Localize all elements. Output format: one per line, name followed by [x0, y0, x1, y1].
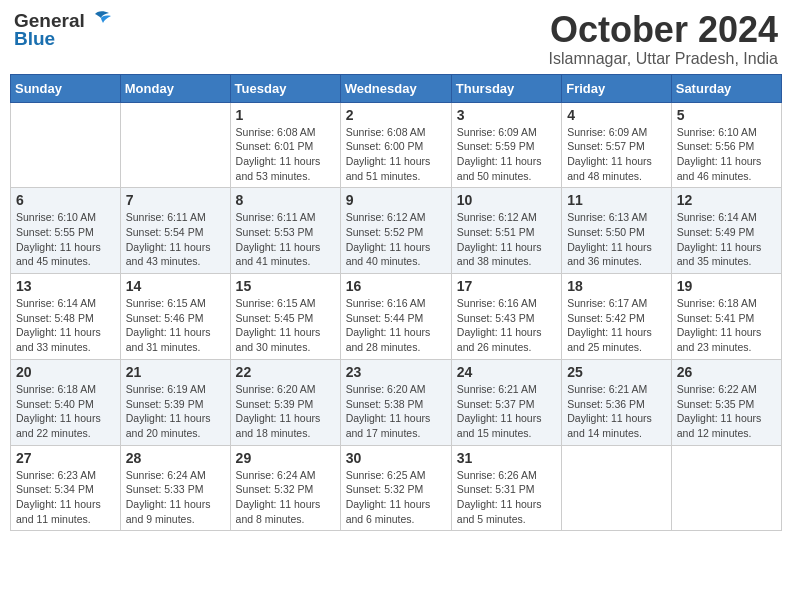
calendar-cell: 20Sunrise: 6:18 AM Sunset: 5:40 PM Dayli…: [11, 359, 121, 445]
day-number: 22: [236, 364, 335, 380]
calendar-cell: 7Sunrise: 6:11 AM Sunset: 5:54 PM Daylig…: [120, 188, 230, 274]
calendar-header-friday: Friday: [562, 74, 672, 102]
logo-blue-text: Blue: [14, 28, 55, 50]
calendar-cell: 9Sunrise: 6:12 AM Sunset: 5:52 PM Daylig…: [340, 188, 451, 274]
day-info: Sunrise: 6:16 AM Sunset: 5:44 PM Dayligh…: [346, 296, 446, 355]
day-info: Sunrise: 6:08 AM Sunset: 6:01 PM Dayligh…: [236, 125, 335, 184]
day-info: Sunrise: 6:20 AM Sunset: 5:39 PM Dayligh…: [236, 382, 335, 441]
calendar-table: SundayMondayTuesdayWednesdayThursdayFrid…: [10, 74, 782, 532]
calendar-cell: 19Sunrise: 6:18 AM Sunset: 5:41 PM Dayli…: [671, 274, 781, 360]
logo-bird-icon: [87, 10, 113, 32]
day-info: Sunrise: 6:26 AM Sunset: 5:31 PM Dayligh…: [457, 468, 556, 527]
day-number: 3: [457, 107, 556, 123]
day-number: 7: [126, 192, 225, 208]
day-info: Sunrise: 6:09 AM Sunset: 5:57 PM Dayligh…: [567, 125, 666, 184]
day-info: Sunrise: 6:10 AM Sunset: 5:56 PM Dayligh…: [677, 125, 776, 184]
day-number: 21: [126, 364, 225, 380]
calendar-week-row: 13Sunrise: 6:14 AM Sunset: 5:48 PM Dayli…: [11, 274, 782, 360]
day-info: Sunrise: 6:23 AM Sunset: 5:34 PM Dayligh…: [16, 468, 115, 527]
day-info: Sunrise: 6:14 AM Sunset: 5:48 PM Dayligh…: [16, 296, 115, 355]
calendar-cell: 6Sunrise: 6:10 AM Sunset: 5:55 PM Daylig…: [11, 188, 121, 274]
day-info: Sunrise: 6:22 AM Sunset: 5:35 PM Dayligh…: [677, 382, 776, 441]
title-section: October 2024 Islamnagar, Uttar Pradesh, …: [549, 10, 778, 68]
calendar-header-sunday: Sunday: [11, 74, 121, 102]
calendar-header-thursday: Thursday: [451, 74, 561, 102]
calendar-cell: 24Sunrise: 6:21 AM Sunset: 5:37 PM Dayli…: [451, 359, 561, 445]
day-number: 17: [457, 278, 556, 294]
day-number: 4: [567, 107, 666, 123]
day-number: 30: [346, 450, 446, 466]
day-info: Sunrise: 6:08 AM Sunset: 6:00 PM Dayligh…: [346, 125, 446, 184]
day-info: Sunrise: 6:17 AM Sunset: 5:42 PM Dayligh…: [567, 296, 666, 355]
day-number: 29: [236, 450, 335, 466]
calendar-header-tuesday: Tuesday: [230, 74, 340, 102]
calendar-cell: 29Sunrise: 6:24 AM Sunset: 5:32 PM Dayli…: [230, 445, 340, 531]
calendar-week-row: 6Sunrise: 6:10 AM Sunset: 5:55 PM Daylig…: [11, 188, 782, 274]
day-number: 16: [346, 278, 446, 294]
day-info: Sunrise: 6:21 AM Sunset: 5:37 PM Dayligh…: [457, 382, 556, 441]
day-info: Sunrise: 6:19 AM Sunset: 5:39 PM Dayligh…: [126, 382, 225, 441]
day-number: 13: [16, 278, 115, 294]
calendar-week-row: 27Sunrise: 6:23 AM Sunset: 5:34 PM Dayli…: [11, 445, 782, 531]
day-number: 28: [126, 450, 225, 466]
day-number: 8: [236, 192, 335, 208]
calendar-cell: 10Sunrise: 6:12 AM Sunset: 5:51 PM Dayli…: [451, 188, 561, 274]
calendar-cell: [120, 102, 230, 188]
day-number: 25: [567, 364, 666, 380]
calendar-cell: 8Sunrise: 6:11 AM Sunset: 5:53 PM Daylig…: [230, 188, 340, 274]
day-info: Sunrise: 6:20 AM Sunset: 5:38 PM Dayligh…: [346, 382, 446, 441]
day-info: Sunrise: 6:18 AM Sunset: 5:41 PM Dayligh…: [677, 296, 776, 355]
day-info: Sunrise: 6:10 AM Sunset: 5:55 PM Dayligh…: [16, 210, 115, 269]
day-info: Sunrise: 6:16 AM Sunset: 5:43 PM Dayligh…: [457, 296, 556, 355]
day-info: Sunrise: 6:12 AM Sunset: 5:52 PM Dayligh…: [346, 210, 446, 269]
day-number: 6: [16, 192, 115, 208]
calendar-cell: 27Sunrise: 6:23 AM Sunset: 5:34 PM Dayli…: [11, 445, 121, 531]
calendar-header-monday: Monday: [120, 74, 230, 102]
day-info: Sunrise: 6:09 AM Sunset: 5:59 PM Dayligh…: [457, 125, 556, 184]
day-number: 14: [126, 278, 225, 294]
day-info: Sunrise: 6:25 AM Sunset: 5:32 PM Dayligh…: [346, 468, 446, 527]
day-number: 27: [16, 450, 115, 466]
calendar-cell: 4Sunrise: 6:09 AM Sunset: 5:57 PM Daylig…: [562, 102, 672, 188]
day-info: Sunrise: 6:13 AM Sunset: 5:50 PM Dayligh…: [567, 210, 666, 269]
day-info: Sunrise: 6:11 AM Sunset: 5:54 PM Dayligh…: [126, 210, 225, 269]
day-info: Sunrise: 6:11 AM Sunset: 5:53 PM Dayligh…: [236, 210, 335, 269]
calendar-cell: 30Sunrise: 6:25 AM Sunset: 5:32 PM Dayli…: [340, 445, 451, 531]
day-number: 15: [236, 278, 335, 294]
day-info: Sunrise: 6:15 AM Sunset: 5:46 PM Dayligh…: [126, 296, 225, 355]
calendar-cell: [671, 445, 781, 531]
calendar-cell: 12Sunrise: 6:14 AM Sunset: 5:49 PM Dayli…: [671, 188, 781, 274]
day-number: 20: [16, 364, 115, 380]
day-info: Sunrise: 6:15 AM Sunset: 5:45 PM Dayligh…: [236, 296, 335, 355]
calendar-cell: 31Sunrise: 6:26 AM Sunset: 5:31 PM Dayli…: [451, 445, 561, 531]
day-info: Sunrise: 6:21 AM Sunset: 5:36 PM Dayligh…: [567, 382, 666, 441]
day-number: 26: [677, 364, 776, 380]
calendar-cell: 14Sunrise: 6:15 AM Sunset: 5:46 PM Dayli…: [120, 274, 230, 360]
calendar-cell: 18Sunrise: 6:17 AM Sunset: 5:42 PM Dayli…: [562, 274, 672, 360]
day-number: 18: [567, 278, 666, 294]
calendar-cell: 5Sunrise: 6:10 AM Sunset: 5:56 PM Daylig…: [671, 102, 781, 188]
calendar-cell: 23Sunrise: 6:20 AM Sunset: 5:38 PM Dayli…: [340, 359, 451, 445]
day-number: 23: [346, 364, 446, 380]
month-title: October 2024: [549, 10, 778, 50]
day-number: 2: [346, 107, 446, 123]
page-header: General Blue October 2024 Islamnagar, Ut…: [10, 10, 782, 68]
calendar-header-wednesday: Wednesday: [340, 74, 451, 102]
calendar-cell: [562, 445, 672, 531]
day-info: Sunrise: 6:18 AM Sunset: 5:40 PM Dayligh…: [16, 382, 115, 441]
calendar-cell: 28Sunrise: 6:24 AM Sunset: 5:33 PM Dayli…: [120, 445, 230, 531]
day-number: 11: [567, 192, 666, 208]
calendar-week-row: 20Sunrise: 6:18 AM Sunset: 5:40 PM Dayli…: [11, 359, 782, 445]
day-number: 24: [457, 364, 556, 380]
calendar-cell: 25Sunrise: 6:21 AM Sunset: 5:36 PM Dayli…: [562, 359, 672, 445]
calendar-cell: 13Sunrise: 6:14 AM Sunset: 5:48 PM Dayli…: [11, 274, 121, 360]
day-number: 9: [346, 192, 446, 208]
location-subtitle: Islamnagar, Uttar Pradesh, India: [549, 50, 778, 68]
calendar-cell: 1Sunrise: 6:08 AM Sunset: 6:01 PM Daylig…: [230, 102, 340, 188]
calendar-header-row: SundayMondayTuesdayWednesdayThursdayFrid…: [11, 74, 782, 102]
calendar-cell: 22Sunrise: 6:20 AM Sunset: 5:39 PM Dayli…: [230, 359, 340, 445]
calendar-cell: 3Sunrise: 6:09 AM Sunset: 5:59 PM Daylig…: [451, 102, 561, 188]
day-info: Sunrise: 6:12 AM Sunset: 5:51 PM Dayligh…: [457, 210, 556, 269]
day-info: Sunrise: 6:14 AM Sunset: 5:49 PM Dayligh…: [677, 210, 776, 269]
calendar-cell: 17Sunrise: 6:16 AM Sunset: 5:43 PM Dayli…: [451, 274, 561, 360]
